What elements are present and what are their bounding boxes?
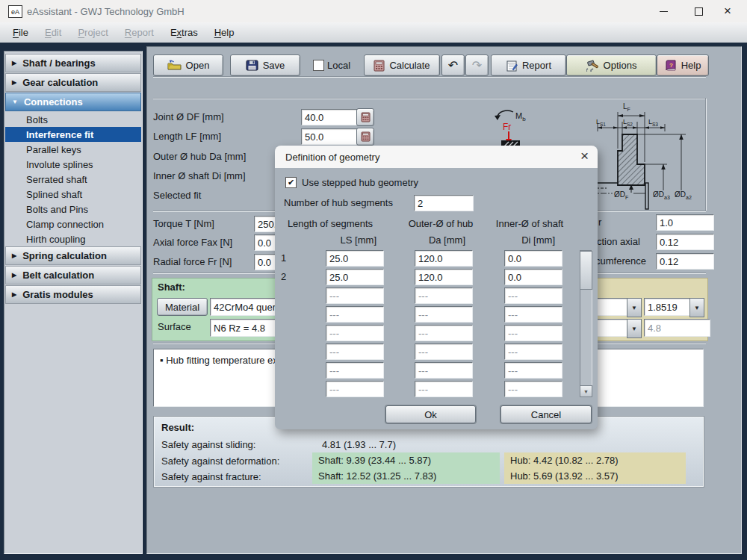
calculate-button[interactable]: Calculate bbox=[364, 55, 440, 76]
maximize-button[interactable] bbox=[682, 0, 715, 22]
sidebar-item-spring-calculation[interactable]: ▶Spring calculation bbox=[5, 246, 141, 265]
length-input[interactable]: 50.0 bbox=[301, 128, 359, 145]
segment-length-input-row-5[interactable]: --- bbox=[326, 325, 384, 341]
calculator-icon bbox=[374, 60, 385, 72]
sidebar-item-label: Bolts and Pins bbox=[26, 204, 88, 215]
segment-length-input-row-4[interactable]: --- bbox=[326, 306, 384, 323]
column-header-outer-unit: Da [mm] bbox=[403, 234, 465, 246]
shaft-material-button[interactable]: Material bbox=[157, 298, 208, 316]
hub-surface-dropdown-button[interactable]: ▼ bbox=[627, 319, 642, 338]
result-fracture-shaft-cell: Shaft: 12.52 (31.25 ... 7.83) bbox=[312, 468, 500, 484]
sidebar-item-splined-shaft[interactable]: Splined shaft bbox=[5, 187, 141, 202]
sidebar-item-label: Bolts bbox=[26, 114, 48, 125]
dialog-close-button[interactable]: × bbox=[580, 148, 589, 164]
factor-input[interactable]: 1.0 bbox=[656, 214, 714, 231]
segment-length-input-row-8[interactable]: --- bbox=[326, 381, 384, 397]
svg-text:Mb: Mb bbox=[515, 111, 526, 122]
sidebar-item-shaft-bearings[interactable]: ▶Shaft / bearings bbox=[5, 54, 141, 72]
dialog-titlebar[interactable]: Definition of geometry bbox=[275, 146, 598, 168]
length-calc-button[interactable] bbox=[356, 128, 374, 146]
friction-axial-input[interactable]: 0.12 bbox=[656, 234, 714, 250]
hub-material-number-dropdown-button[interactable]: ▼ bbox=[689, 298, 704, 317]
sidebar-item-bolts-and-pins[interactable]: Bolts and Pins bbox=[5, 202, 141, 217]
row-number: 1 bbox=[281, 252, 286, 264]
help-button[interactable]: ? Help bbox=[657, 55, 709, 76]
minimize-button[interactable] bbox=[647, 0, 680, 22]
options-label: Options bbox=[604, 60, 637, 71]
segment-length-input-row-3[interactable]: --- bbox=[326, 287, 384, 304]
sidebar: ▶Shaft / bearings▶Gear calculation▼Conne… bbox=[4, 51, 143, 554]
sidebar-item-serrated-shaft[interactable]: Serrated shaft bbox=[5, 172, 141, 187]
sidebar-item-belt-calculation[interactable]: ▶Belt calculation bbox=[5, 266, 141, 284]
triangle-right-icon: ▶ bbox=[12, 273, 16, 279]
report-button[interactable]: Report bbox=[491, 55, 566, 76]
local-checkbox[interactable] bbox=[313, 60, 324, 71]
hub-outer-diameter-input-row-1[interactable]: 120.0 bbox=[415, 250, 473, 267]
hub-outer-diameter-input-row-6[interactable]: --- bbox=[415, 343, 473, 360]
column-header-length: Length of segments bbox=[284, 218, 376, 229]
hub-roughness-field[interactable]: 4.8 bbox=[644, 319, 710, 337]
dialog-scrollbar-thumb[interactable] bbox=[580, 251, 592, 290]
shaft-inner-diameter-input-row-8[interactable]: --- bbox=[504, 381, 562, 397]
shaft-inner-diameter-input-row-6[interactable]: --- bbox=[504, 343, 562, 360]
sidebar-item-parallel-keys[interactable]: Parallel keys bbox=[5, 142, 141, 157]
ok-button[interactable]: Ok bbox=[385, 405, 476, 423]
column-header-length-unit: LS [mm] bbox=[284, 234, 376, 246]
result-title: Result: bbox=[161, 422, 194, 433]
dialog-title: Definition of geometry bbox=[285, 152, 379, 163]
menu-item-file[interactable]: File bbox=[4, 27, 37, 38]
sidebar-item-clamp-connection[interactable]: Clamp connection bbox=[5, 217, 141, 231]
menu-item-help[interactable]: Help bbox=[206, 27, 243, 38]
save-button[interactable]: Save bbox=[230, 55, 300, 76]
hub-outer-diameter-input-row-4[interactable]: --- bbox=[415, 306, 473, 323]
open-button[interactable]: Open bbox=[153, 55, 223, 76]
open-folder-icon bbox=[167, 60, 182, 71]
help-label: Help bbox=[681, 60, 701, 71]
dialog-scrollbar-down-button[interactable]: ▼ bbox=[580, 385, 592, 397]
shaft-inner-diameter-input-row-5[interactable]: --- bbox=[504, 325, 562, 341]
menubar: FileEditProjectReportExtrasHelp bbox=[0, 22, 747, 43]
hub-outer-diameter-input-row-3[interactable]: --- bbox=[415, 287, 473, 304]
menu-item-extras[interactable]: Extras bbox=[162, 27, 206, 38]
segment-length-input-row-7[interactable]: --- bbox=[326, 362, 384, 379]
sidebar-item-gratis-modules[interactable]: ▶Gratis modules bbox=[5, 285, 141, 304]
result-deformation-hub-cell: Hub: 4.42 (10.82 ... 2.78) bbox=[504, 452, 686, 468]
stepped-hub-checkbox[interactable]: ✔ bbox=[285, 177, 297, 188]
cancel-button[interactable]: Cancel bbox=[500, 405, 592, 423]
field-label-inner-shaft: Inner Ø shaft Di [mm] bbox=[153, 170, 246, 181]
sidebar-item-bolts[interactable]: Bolts bbox=[5, 112, 141, 127]
hub-outer-diameter-input-row-8[interactable]: --- bbox=[415, 381, 473, 397]
segment-length-input-row-2[interactable]: 25.0 bbox=[326, 269, 384, 285]
sidebar-item-connections[interactable]: ▼Connections bbox=[5, 93, 141, 111]
shaft-inner-diameter-input-row-1[interactable]: 0.0 bbox=[504, 250, 562, 267]
hub-outer-diameter-input-row-2[interactable]: 120.0 bbox=[415, 269, 473, 285]
joint-diameter-input[interactable]: 40.0 bbox=[301, 109, 359, 125]
hub-material-dropdown-button[interactable]: ▼ bbox=[627, 298, 642, 317]
hub-outer-diameter-input-row-7[interactable]: --- bbox=[415, 362, 473, 379]
segment-length-input-row-6[interactable]: --- bbox=[326, 343, 384, 360]
shaft-inner-diameter-input-row-4[interactable]: --- bbox=[504, 306, 562, 323]
sidebar-item-gear-calculation[interactable]: ▶Gear calculation bbox=[5, 73, 141, 92]
bullet-icon: ▪ bbox=[160, 355, 164, 366]
undo-button[interactable]: ↶ bbox=[441, 55, 465, 76]
field-label-length: Length LF [mm] bbox=[153, 131, 221, 142]
hub-outer-diameter-input-row-5[interactable]: --- bbox=[415, 325, 473, 341]
sidebar-item-label: Splined shaft bbox=[26, 189, 82, 200]
options-button[interactable]: Options bbox=[566, 55, 657, 76]
window-titlebar: eA eAssistant - GWJ Technology GmbH × bbox=[0, 0, 747, 22]
friction-circumference-input[interactable]: 0.12 bbox=[656, 253, 714, 270]
segments-count-input[interactable]: 2 bbox=[414, 195, 474, 211]
sidebar-item-interference-fit[interactable]: Interference fit bbox=[5, 127, 141, 142]
redo-button[interactable]: ↷ bbox=[465, 55, 489, 76]
joint-diameter-calc-button[interactable] bbox=[356, 108, 374, 126]
result-sliding-value: 4.81 (1.93 ... 7.7) bbox=[322, 439, 396, 450]
shaft-inner-diameter-input-row-3[interactable]: --- bbox=[504, 287, 562, 304]
sidebar-item-involute-splines[interactable]: Involute splines bbox=[5, 157, 141, 172]
shaft-inner-diameter-input-row-7[interactable]: --- bbox=[504, 362, 562, 379]
shaft-inner-diameter-input-row-2[interactable]: 0.0 bbox=[504, 269, 562, 285]
maximize-icon bbox=[695, 7, 703, 16]
close-button[interactable]: × bbox=[711, 0, 744, 22]
sidebar-item-hirth-coupling[interactable]: Hirth coupling bbox=[5, 231, 141, 246]
column-header-inner-unit: Di [mm] bbox=[492, 234, 555, 246]
segment-length-input-row-1[interactable]: 25.0 bbox=[326, 250, 384, 267]
